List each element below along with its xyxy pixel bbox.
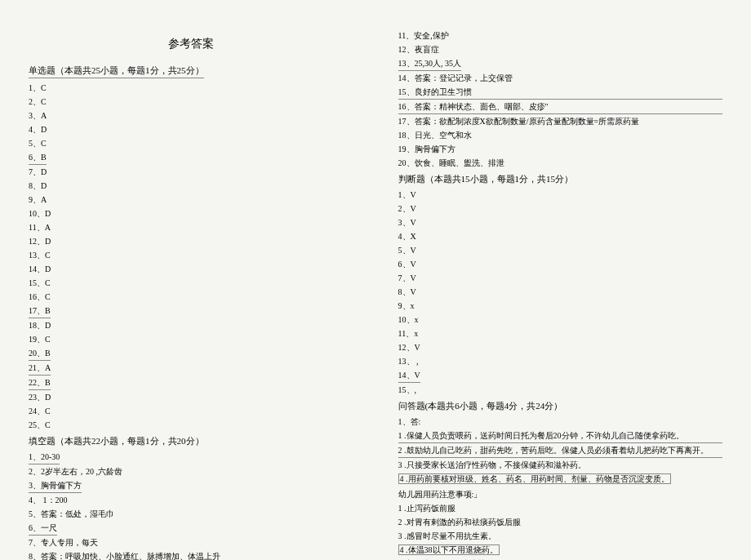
mc-item: 2、C [29, 95, 353, 109]
qa-line: 3 .只接受家长送治疗性药物，不接保健药和滋补药。 [398, 458, 723, 472]
mc-item: 3、A [29, 109, 353, 122]
fill-item: 15、良好的卫生习惯 [398, 85, 723, 100]
mc-item: 13、C [29, 248, 353, 262]
qa-line: 3 .感冒时尽量不用抗生素。 [398, 529, 723, 543]
mc-item: 21、A [29, 361, 353, 376]
tf-item: 11、x [398, 327, 723, 340]
mc-item: 22、B [29, 376, 353, 390]
tf-item: 8、V [398, 285, 723, 299]
qa-line: 4 .体温38以下不用退烧药。 [398, 543, 723, 557]
mc-item: 5、C [29, 136, 353, 150]
tf-item: 2、V [398, 202, 723, 216]
main-title: 参考答案 [29, 37, 353, 51]
fill-header: 填空题（本题共22小题，每题1分，共20分） [29, 435, 353, 447]
fill-item: 1、20-30 [29, 450, 353, 464]
mc-item: 9、A [29, 193, 353, 207]
fill-item: 4、 1：200 [29, 493, 353, 507]
fill-item: 6、一尺 [29, 521, 353, 536]
tf-item: 3、V [398, 216, 723, 229]
mc-item: 19、C [29, 332, 353, 346]
tf-item: 9、x [398, 299, 723, 313]
mc-item: 15、C [29, 276, 353, 290]
mc-item: 6、B [29, 150, 353, 165]
qa-line: 5.咳嗽时不要论用止咳药。 [398, 557, 723, 560]
mc-item: 18、D [29, 318, 353, 332]
tf-item: 15、, [398, 383, 723, 397]
tf-header: 判断题（本题共15小题，每题1分，共15分） [398, 173, 723, 185]
mc-item: 14、D [29, 262, 353, 276]
fill-item: 3、胸骨偏下方 [29, 478, 353, 493]
tf-answer-list: 1、V2、V3、V4、X5、V6、V7、V8、V9、x10、x11、x12、V1… [398, 188, 723, 397]
tf-item: 4、X [398, 229, 723, 243]
tf-item: 6、V [398, 257, 723, 271]
tf-item: 12、V [398, 340, 723, 354]
fill-item: 7、专人专用，每天 [29, 536, 353, 549]
left-column: 参考答案 单选题（本题共25小题，每题1分，共25分） 1、C2、C3、A4、D… [29, 16, 353, 544]
mc-item: 10、D [29, 207, 353, 220]
qa-q1-lines: 1 .保健人员负责喂药，送药时间日托为餐后20分钟，不许幼儿自己随便拿药吃。 2… [398, 429, 723, 486]
qa-line: 4 .用药前要核对班级、姓名、药名、用药时间、剂量、药物是否沉淀变质。 [398, 472, 723, 486]
qa-q1-header: 1、答: [398, 415, 723, 429]
mc-item: 24、C [29, 404, 353, 418]
fill-left-list: 1、20-302、2岁半左右，20 ,六龄齿3、胸骨偏下方4、 1：2005、答… [29, 450, 353, 560]
mc-item: 11、A [29, 220, 353, 234]
mc-header: 单选题（本题共25小题，每题1分，共25分） [29, 64, 204, 78]
fill-item: 17、答案：欲配制浓度X欲配制数量/原药含量配制数量=所需原药量 [398, 114, 723, 128]
fill-item: 8、答案：呼吸加快、小脸通红、脉搏增加、体温上升 [29, 549, 353, 560]
mc-answer-list: 1、C2、C3、A4、D5、C6、B7、D8、D9、A10、D11、A12、D1… [29, 81, 353, 432]
fill-item: 16、答案：精神状态、面色、咽部、皮疹" [398, 100, 723, 114]
tf-item: 13、 , [398, 354, 723, 368]
qa-line: 2 .鼓励幼儿自己吃药，甜药先吃，苦药后吃。保健人员必须看着幼儿把药吃下再离开。 [398, 443, 723, 458]
qa-q2-header: 幼儿园用药注意事项:」 [398, 488, 723, 501]
fill-item: 20、饮食、睡眠、盥洗、排泄 [398, 156, 723, 170]
fill-item: 18、日光、空气和水 [398, 128, 723, 142]
mc-item: 7、D [29, 165, 353, 179]
mc-item: 23、D [29, 390, 353, 404]
mc-item: 25、C [29, 418, 353, 432]
mc-item: 4、D [29, 122, 353, 136]
fill-item: 14、答案：登记记录，上交保管 [398, 71, 723, 85]
tf-item: 5、V [398, 243, 723, 257]
mc-item: 20、B [29, 346, 353, 361]
fill-item: 12、夜盲症 [398, 42, 723, 56]
qa-header: 问答题(本题共6小题，每题4分，共24分） [398, 400, 723, 412]
fill-item: 13、25,30人, 35人 [398, 56, 723, 71]
right-column: 11、安全,保护12、夜盲症13、25,30人, 35人14、答案：登记记录，上… [398, 16, 723, 544]
tf-item: 10、x [398, 313, 723, 327]
fill-item: 11、安全,保护 [398, 29, 723, 42]
mc-item: 16、C [29, 290, 353, 304]
tf-item: 1、V [398, 188, 723, 202]
tf-item: 7、V [398, 271, 723, 285]
mc-item: 1、C [29, 81, 353, 95]
fill-right-list: 11、安全,保护12、夜盲症13、25,30人, 35人14、答案：登记记录，上… [398, 29, 723, 170]
tf-item: 14、V [398, 368, 723, 383]
fill-item: 2、2岁半左右，20 ,六龄齿 [29, 464, 353, 478]
qa-q2-lines: 1 .止泻药饭前服2 .对胃有剌激的药和祛痰药饭后服3 .感冒时尽量不用抗生素。… [398, 501, 723, 560]
fill-item: 5、答案：低处，湿毛巾 [29, 507, 353, 521]
mc-item: 17、B [29, 304, 353, 318]
mc-item: 8、D [29, 179, 353, 193]
qa-line: 1 .保健人员负责喂药，送药时间日托为餐后20分钟，不许幼儿自己随便拿药吃。 [398, 429, 723, 443]
qa-line: 2 .对胃有剌激的药和祛痰药饭后服 [398, 515, 723, 529]
mc-item: 12、D [29, 234, 353, 248]
qa-line: 1 .止泻药饭前服 [398, 501, 723, 515]
fill-item: 19、胸骨偏下方 [398, 142, 723, 156]
